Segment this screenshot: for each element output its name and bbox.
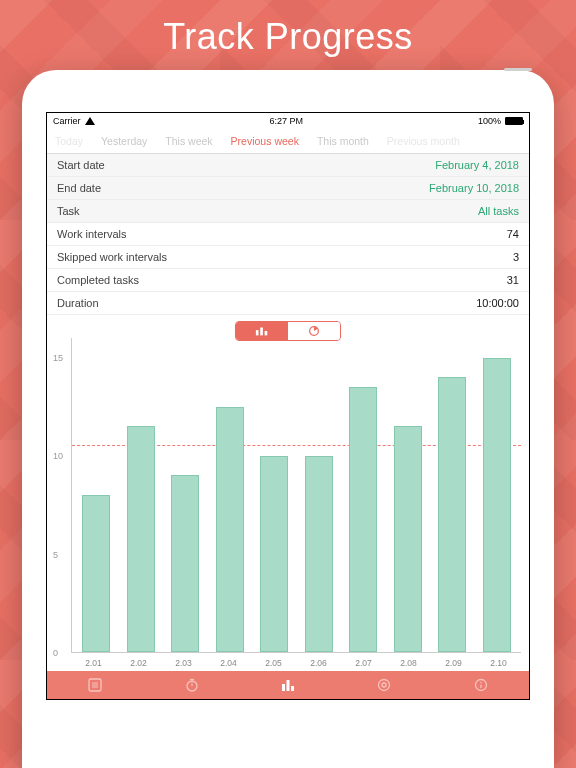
start-date-value: February 4, 2018	[435, 159, 519, 171]
svg-rect-11	[282, 684, 285, 691]
row-end-date[interactable]: End date February 10, 2018	[47, 177, 529, 200]
task-label: Task	[57, 205, 80, 217]
meta-section: Start date February 4, 2018 End date Feb…	[47, 153, 529, 315]
svg-rect-1	[260, 328, 263, 336]
chart: 051015 2.012.022.032.042.052.062.072.082…	[47, 338, 529, 671]
tab-info[interactable]	[470, 674, 492, 696]
x-axis: 2.012.022.032.042.052.062.072.082.092.10	[71, 655, 521, 671]
tab-this-week[interactable]: This week	[165, 135, 212, 147]
battery-percent: 100%	[478, 116, 501, 126]
carrier-label: Carrier	[53, 116, 81, 126]
tablet-frame: Carrier 6:27 PM 100% Today Yesterday Thi…	[22, 70, 554, 768]
end-date-label: End date	[57, 182, 101, 194]
row-work-intervals: Work intervals 74	[47, 223, 529, 246]
completed-tasks-value: 31	[507, 274, 519, 286]
tab-this-month[interactable]: This month	[317, 135, 369, 147]
x-tick: 2.08	[400, 658, 417, 668]
bar	[305, 456, 333, 652]
info-icon	[473, 677, 489, 693]
y-tick: 0	[53, 648, 58, 658]
duration-value: 10:00:00	[476, 297, 519, 309]
skipped-intervals-value: 3	[513, 251, 519, 263]
tab-settings[interactable]	[373, 674, 395, 696]
svg-point-15	[382, 683, 386, 687]
tab-yesterday[interactable]: Yesterday	[101, 135, 147, 147]
bar	[82, 495, 110, 652]
x-tick: 2.05	[265, 658, 282, 668]
bar	[260, 456, 288, 652]
row-completed-tasks: Completed tasks 31	[47, 269, 529, 292]
y-tick: 15	[53, 353, 63, 363]
task-value: All tasks	[478, 205, 519, 217]
y-axis: 051015	[53, 338, 69, 653]
work-intervals-value: 74	[507, 228, 519, 240]
bar	[483, 358, 511, 652]
svg-rect-2	[265, 331, 268, 335]
bar	[394, 426, 422, 652]
battery-icon	[505, 117, 523, 125]
x-tick: 2.03	[175, 658, 192, 668]
y-tick: 10	[53, 451, 63, 461]
tab-timer[interactable]	[181, 674, 203, 696]
skipped-intervals-label: Skipped work intervals	[57, 251, 167, 263]
wifi-icon	[85, 117, 95, 125]
tab-list[interactable]	[84, 674, 106, 696]
svg-rect-0	[256, 330, 259, 335]
tab-previous-week[interactable]: Previous week	[231, 135, 299, 147]
svg-point-14	[379, 680, 390, 691]
bars-container	[72, 338, 521, 652]
hero-title: Track Progress	[0, 0, 576, 70]
start-date-label: Start date	[57, 159, 105, 171]
x-tick: 2.02	[130, 658, 147, 668]
end-date-value: February 10, 2018	[429, 182, 519, 194]
timer-icon	[184, 677, 200, 693]
bar	[216, 407, 244, 652]
bar	[127, 426, 155, 652]
bar-chart-icon	[255, 325, 269, 337]
x-tick: 2.01	[85, 658, 102, 668]
status-bar: Carrier 6:27 PM 100%	[47, 113, 529, 129]
bar	[349, 387, 377, 652]
tab-bar	[47, 671, 529, 699]
row-skipped-intervals: Skipped work intervals 3	[47, 246, 529, 269]
tab-today[interactable]: Today	[55, 135, 83, 147]
app-screen: Carrier 6:27 PM 100% Today Yesterday Thi…	[46, 112, 530, 700]
x-tick: 2.07	[355, 658, 372, 668]
period-tabs[interactable]: Today Yesterday This week Previous week …	[47, 129, 529, 153]
completed-tasks-label: Completed tasks	[57, 274, 139, 286]
tab-stats[interactable]	[277, 674, 299, 696]
bar	[171, 475, 199, 652]
svg-point-17	[480, 682, 482, 684]
row-start-date[interactable]: Start date February 4, 2018	[47, 154, 529, 177]
duration-label: Duration	[57, 297, 99, 309]
plot-area	[71, 338, 521, 653]
svg-rect-12	[286, 680, 289, 691]
stats-icon	[280, 677, 296, 693]
pie-chart-icon	[307, 325, 321, 337]
clock: 6:27 PM	[269, 116, 303, 126]
tab-previous-month[interactable]: Previous month	[387, 135, 460, 147]
row-duration: Duration 10:00:00	[47, 292, 529, 315]
x-tick: 2.04	[220, 658, 237, 668]
x-tick: 2.10	[490, 658, 507, 668]
settings-icon	[376, 677, 392, 693]
work-intervals-label: Work intervals	[57, 228, 126, 240]
y-tick: 5	[53, 550, 58, 560]
x-tick: 2.09	[445, 658, 462, 668]
list-icon	[87, 677, 103, 693]
svg-rect-13	[291, 686, 294, 691]
bar	[438, 377, 466, 652]
x-tick: 2.06	[310, 658, 327, 668]
row-task[interactable]: Task All tasks	[47, 200, 529, 223]
